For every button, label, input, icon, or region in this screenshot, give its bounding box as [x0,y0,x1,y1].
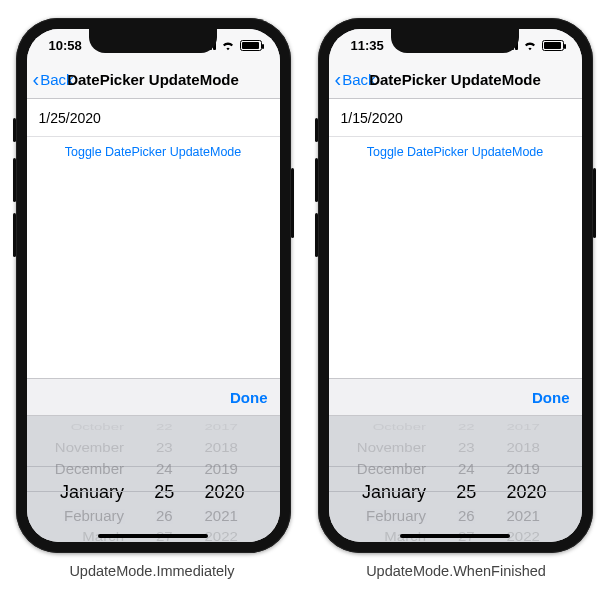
wifi-icon [221,40,235,51]
picker-selected: 2020 [507,479,547,505]
picker-row: 2019 [205,459,238,478]
date-field[interactable]: 1/25/2020 [27,99,280,137]
picker-row: 23 [458,439,475,456]
phone-frame-right: 11:35 ‹ Back DatePicker UpdateMode 1/15/… [318,18,593,553]
picker-row: 24 [156,459,173,478]
picker-row: 24 [458,459,475,478]
picker-row: 26 [156,506,173,525]
content-area: 1/15/2020 Toggle DatePicker UpdateMode [329,99,582,378]
picker-selected: 25 [154,479,174,505]
picker-year-column[interactable]: 2017 2018 2019 2020 2021 2022 2023 [493,416,582,542]
notch [391,29,519,53]
screen: 11:35 ‹ Back DatePicker UpdateMode 1/15/… [329,29,582,542]
picker-row: 2022 [205,528,238,542]
picker-selected: 2020 [205,479,245,505]
picker-month-column[interactable]: October November December January Februa… [27,416,139,542]
home-indicator[interactable] [98,534,208,538]
caption-left: UpdateMode.Immediately [15,563,290,579]
picker-selected: January [60,479,124,505]
caption-right: UpdateMode.WhenFinished [319,563,594,579]
keyboard-accessory-bar: Done [27,378,280,416]
picker-month-column[interactable]: October November December January Februa… [329,416,441,542]
side-button [13,213,16,257]
nav-bar: ‹ Back DatePicker UpdateMode [27,61,280,99]
side-button [291,168,294,238]
battery-icon [542,40,564,51]
picker-row: 2018 [205,439,238,456]
back-button[interactable]: ‹ Back [329,71,376,89]
side-button [593,168,596,238]
side-button [315,213,318,257]
toggle-updatemode-button[interactable]: Toggle DatePicker UpdateMode [27,137,280,167]
picker-row: November [55,439,124,456]
toggle-updatemode-button[interactable]: Toggle DatePicker UpdateMode [329,137,582,167]
date-picker[interactable]: October November December January Februa… [27,416,280,542]
wifi-icon [523,40,537,51]
picker-row: 2021 [205,506,238,525]
picker-row: February [64,506,124,525]
battery-icon [240,40,262,51]
picker-row: 23 [156,439,173,456]
side-button [13,158,16,202]
captions-row: UpdateMode.Immediately UpdateMode.WhenFi… [0,553,608,579]
picker-row: 22 [156,420,173,434]
keyboard-accessory-bar: Done [329,378,582,416]
picker-selected: January [362,479,426,505]
picker-row: December [357,459,426,478]
picker-row: 2021 [507,506,540,525]
picker-row: 2022 [507,528,540,542]
date-field[interactable]: 1/15/2020 [329,99,582,137]
picker-day-column[interactable]: 22 23 24 25 26 27 28 [440,416,493,542]
date-picker[interactable]: October November December January Februa… [329,416,582,542]
picker-row: February [366,506,426,525]
picker-row: October [71,420,124,434]
picker-row: 22 [458,420,475,434]
phones-row: 10:58 ‹ Back DatePicker UpdateMode 1/25/… [0,0,608,553]
done-button[interactable]: Done [532,389,570,406]
home-indicator[interactable] [400,534,510,538]
picker-row: 26 [458,506,475,525]
picker-row: 2017 [205,420,238,434]
notch [89,29,217,53]
picker-selected: 25 [456,479,476,505]
back-label: Back [342,71,375,88]
picker-row: 2019 [507,459,540,478]
picker-row: 2017 [507,420,540,434]
picker-row: 2018 [507,439,540,456]
picker-row: October [373,420,426,434]
done-button[interactable]: Done [230,389,268,406]
picker-year-column[interactable]: 2017 2018 2019 2020 2021 2022 2023 [191,416,280,542]
back-button[interactable]: ‹ Back [27,71,74,89]
picker-row: December [55,459,124,478]
picker-day-column[interactable]: 22 23 24 25 26 27 28 [138,416,191,542]
content-area: 1/25/2020 Toggle DatePicker UpdateMode [27,99,280,378]
picker-row: November [357,439,426,456]
status-time: 10:58 [49,38,82,53]
side-button [315,158,318,202]
nav-bar: ‹ Back DatePicker UpdateMode [329,61,582,99]
phone-frame-left: 10:58 ‹ Back DatePicker UpdateMode 1/25/… [16,18,291,553]
side-button [315,118,318,142]
chevron-left-icon: ‹ [33,69,40,89]
status-time: 11:35 [351,38,384,53]
date-value: 1/15/2020 [341,110,403,126]
screen: 10:58 ‹ Back DatePicker UpdateMode 1/25/… [27,29,280,542]
date-value: 1/25/2020 [39,110,101,126]
chevron-left-icon: ‹ [335,69,342,89]
side-button [13,118,16,142]
back-label: Back [40,71,73,88]
